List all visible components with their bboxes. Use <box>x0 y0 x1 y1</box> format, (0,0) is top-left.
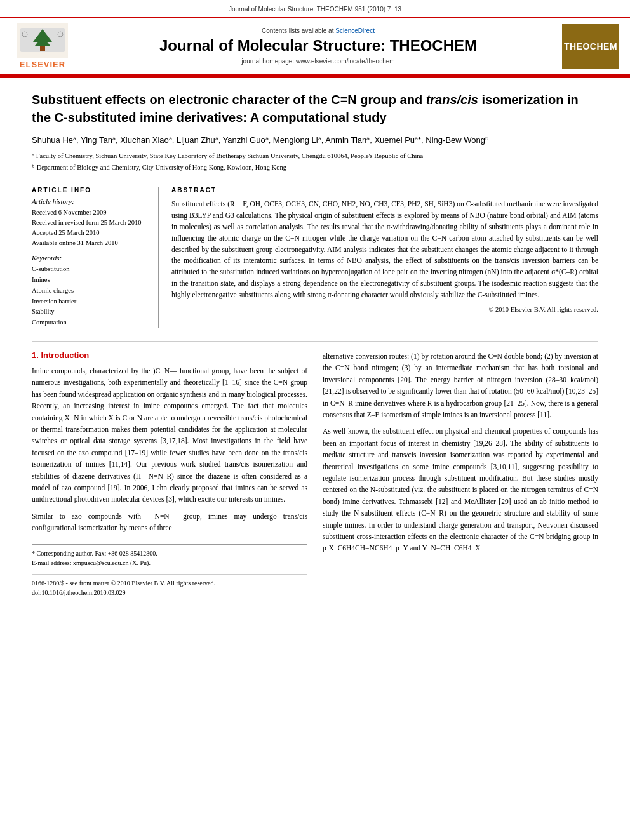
accepted-date: Accepted 25 March 2010 <box>32 228 149 238</box>
footnote-corresponding: * Corresponding author. Fax: +86 028 854… <box>32 549 307 558</box>
keyword-5: Stability <box>32 307 149 317</box>
svg-rect-4 <box>40 46 45 51</box>
received-date: Received 6 November 2009 <box>32 208 149 218</box>
abstract-text: Substituent effects (R = F, OH, OCF3, OC… <box>171 199 598 300</box>
intro-para2-text: Similar to azo compounds with —N=N— grou… <box>32 512 307 531</box>
article-info-col: ARTICLE INFO Article history: Received 6… <box>32 187 159 328</box>
authors-line: Shuhua Heᵃ, Ying Tanᵃ, Xiuchan Xiaoᵃ, Li… <box>32 134 598 147</box>
header-center: Contents lists available at ScienceDirec… <box>77 23 559 69</box>
copyright-line: © 2010 Elsevier B.V. All rights reserved… <box>171 306 598 313</box>
intro-para1-text: Imine compounds, characterized by the )C… <box>32 367 307 503</box>
authors-text: Shuhua Heᵃ, Ying Tanᵃ, Xiuchan Xiaoᵃ, Li… <box>32 135 489 145</box>
right-para2-text: As well-known, the substituent effect on… <box>323 427 598 552</box>
top-banner: Journal of Molecular Structure: THEOCHEM… <box>0 0 630 18</box>
footnote-email: E-mail address: xmpuscu@scu.edu.cn (X. P… <box>32 558 307 568</box>
theochem-logo-box: THEOCHEM <box>562 24 619 69</box>
article-title: Substituent effects on electronic charac… <box>32 91 598 126</box>
right-para1: alternative conversion routes: (1) by ro… <box>323 350 598 420</box>
affiliations: ᵃ Faculty of Chemistry, Sichuan Universi… <box>32 151 598 173</box>
sciencedirect-link[interactable]: ScienceDirect <box>335 27 375 34</box>
article-content: Substituent effects on electronic charac… <box>0 78 630 610</box>
header-left: ELSEVIER <box>8 23 77 69</box>
footer-bar: 0166-1280/$ - see front matter © 2010 El… <box>32 574 307 597</box>
article-info-label: ARTICLE INFO <box>32 187 149 194</box>
body-col-left: 1. Introduction Imine compounds, charact… <box>32 350 307 597</box>
available-date: Available online 31 March 2010 <box>32 238 149 248</box>
intro-heading: 1. Introduction <box>32 350 307 360</box>
elsevier-logo: ELSEVIER <box>17 23 68 69</box>
right-para2: As well-known, the substituent effect on… <box>323 425 598 554</box>
theochem-logo-text: THEOCHEM <box>564 41 617 51</box>
journal-homepage: journal homepage: www.elsevier.com/locat… <box>241 58 394 65</box>
intro-para1: Imine compounds, characterized by the )C… <box>32 365 307 505</box>
journal-ref: Journal of Molecular Structure: THEOCHEM… <box>229 6 401 13</box>
keyword-4: Inversion barrier <box>32 297 149 307</box>
affil-a: ᵃ Faculty of Chemistry, Sichuan Universi… <box>32 151 598 161</box>
history-title: Article history: <box>32 197 149 205</box>
keyword-3: Atomic charges <box>32 286 149 297</box>
journal-title-main: Journal of Molecular Structure: THEOCHEM <box>159 37 477 55</box>
page-wrapper: Journal of Molecular Structure: THEOCHEM… <box>0 0 630 840</box>
intro-para2: Similar to azo compounds with —N=N— grou… <box>32 510 307 534</box>
body-two-col: 1. Introduction Imine compounds, charact… <box>32 350 598 597</box>
journal-title-theochem: THEOCHEM <box>390 37 477 54</box>
keywords-title: Keywords: <box>32 254 149 262</box>
revised-date: Received in revised form 25 March 2010 <box>32 218 149 228</box>
body-section: 1. Introduction Imine compounds, charact… <box>32 341 598 597</box>
body-col-right: alternative conversion routes: (1) by ro… <box>323 350 598 597</box>
keyword-2: Imines <box>32 275 149 286</box>
right-para1-text: alternative conversion routes: (1) by ro… <box>323 352 598 418</box>
keywords-section: Keywords: C-substitution Imines Atomic c… <box>32 254 149 328</box>
footnote-area: * Corresponding author. Fax: +86 028 854… <box>32 544 307 568</box>
article-history: Article history: Received 6 November 200… <box>32 197 149 248</box>
keyword-6: Computation <box>32 317 149 328</box>
info-abstract-cols: ARTICLE INFO Article history: Received 6… <box>32 180 598 328</box>
elsevier-brand-text: ELSEVIER <box>20 60 65 69</box>
elsevier-logo-graphic <box>17 23 68 58</box>
footer-issn: 0166-1280/$ - see front matter © 2010 El… <box>32 578 307 588</box>
contents-line: Contents lists available at ScienceDirec… <box>262 27 375 34</box>
header-right: THEOCHEM <box>559 23 622 69</box>
abstract-col: ABSTRACT Substituent effects (R = F, OH,… <box>171 187 598 328</box>
header-area: ELSEVIER Contents lists available at Sci… <box>0 18 630 76</box>
affil-b: ᵇ Department of Biology and Chemistry, C… <box>32 163 598 173</box>
footer-doi: doi:10.1016/j.theochem.2010.03.029 <box>32 588 307 597</box>
abstract-label: ABSTRACT <box>171 187 598 194</box>
title-italic: trans/cis <box>426 93 478 107</box>
keyword-1: C-substitution <box>32 264 149 275</box>
title-part1: Substituent effects on electronic charac… <box>32 93 426 107</box>
